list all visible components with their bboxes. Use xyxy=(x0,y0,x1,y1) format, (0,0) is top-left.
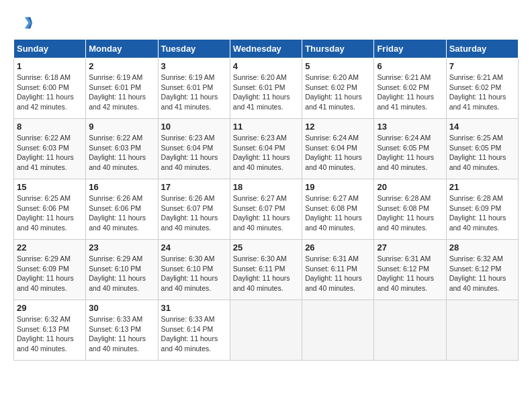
day-number: 22 xyxy=(17,242,83,253)
day-info: Sunrise: 6:26 AM Sunset: 6:06 PM Dayligh… xyxy=(89,193,154,233)
weekday-header: Wednesday xyxy=(230,40,302,58)
calendar-day-cell: 21 Sunrise: 6:28 AM Sunset: 6:09 PM Dayl… xyxy=(446,179,518,240)
day-info: Sunrise: 6:20 AM Sunset: 6:01 PM Dayligh… xyxy=(233,73,299,112)
calendar-day-cell xyxy=(446,300,518,361)
day-info: Sunrise: 6:33 AM Sunset: 6:13 PM Dayligh… xyxy=(89,314,154,354)
calendar-day-cell: 22 Sunrise: 6:29 AM Sunset: 6:09 PM Dayl… xyxy=(14,240,86,300)
day-number: 25 xyxy=(233,242,299,253)
day-number: 28 xyxy=(449,242,515,253)
day-number: 21 xyxy=(449,182,515,192)
calendar-day-cell xyxy=(302,300,374,361)
day-info: Sunrise: 6:31 AM Sunset: 6:12 PM Dayligh… xyxy=(377,254,443,293)
day-info: Sunrise: 6:27 AM Sunset: 6:07 PM Dayligh… xyxy=(233,193,299,233)
calendar-day-cell: 19 Sunrise: 6:27 AM Sunset: 6:08 PM Dayl… xyxy=(302,179,374,240)
day-info: Sunrise: 6:28 AM Sunset: 6:08 PM Dayligh… xyxy=(377,193,443,233)
day-info: Sunrise: 6:22 AM Sunset: 6:03 PM Dayligh… xyxy=(17,133,83,173)
calendar-day-cell: 7 Sunrise: 6:21 AM Sunset: 6:02 PM Dayli… xyxy=(446,58,518,119)
calendar-day-cell: 15 Sunrise: 6:25 AM Sunset: 6:06 PM Dayl… xyxy=(14,179,86,240)
day-info: Sunrise: 6:33 AM Sunset: 6:14 PM Dayligh… xyxy=(161,314,227,354)
calendar-week-row: 29 Sunrise: 6:32 AM Sunset: 6:13 PM Dayl… xyxy=(14,300,519,361)
logo xyxy=(13,13,35,32)
day-number: 24 xyxy=(161,242,227,253)
calendar-day-cell: 18 Sunrise: 6:27 AM Sunset: 6:07 PM Dayl… xyxy=(230,179,302,240)
calendar-day-cell: 12 Sunrise: 6:24 AM Sunset: 6:04 PM Dayl… xyxy=(302,119,374,179)
day-number: 20 xyxy=(377,182,443,192)
calendar-day-cell: 4 Sunrise: 6:20 AM Sunset: 6:01 PM Dayli… xyxy=(230,58,302,119)
day-number: 5 xyxy=(305,61,371,71)
calendar-day-cell: 13 Sunrise: 6:24 AM Sunset: 6:05 PM Dayl… xyxy=(374,119,446,179)
calendar-day-cell: 29 Sunrise: 6:32 AM Sunset: 6:13 PM Dayl… xyxy=(14,300,86,361)
day-number: 1 xyxy=(17,61,83,71)
weekday-header: Tuesday xyxy=(158,40,230,58)
day-number: 11 xyxy=(233,122,299,132)
calendar-week-row: 22 Sunrise: 6:29 AM Sunset: 6:09 PM Dayl… xyxy=(14,240,519,300)
day-info: Sunrise: 6:32 AM Sunset: 6:13 PM Dayligh… xyxy=(17,314,83,354)
calendar-day-cell: 14 Sunrise: 6:25 AM Sunset: 6:05 PM Dayl… xyxy=(446,119,518,179)
day-info: Sunrise: 6:23 AM Sunset: 6:04 PM Dayligh… xyxy=(161,133,227,173)
day-number: 29 xyxy=(17,303,83,313)
calendar-day-cell: 20 Sunrise: 6:28 AM Sunset: 6:08 PM Dayl… xyxy=(374,179,446,240)
day-info: Sunrise: 6:31 AM Sunset: 6:11 PM Dayligh… xyxy=(305,254,371,293)
day-info: Sunrise: 6:25 AM Sunset: 6:05 PM Dayligh… xyxy=(449,133,515,173)
day-number: 8 xyxy=(17,122,83,132)
calendar-day-cell: 1 Sunrise: 6:18 AM Sunset: 6:00 PM Dayli… xyxy=(14,58,86,119)
day-number: 16 xyxy=(89,182,154,192)
day-number: 23 xyxy=(89,242,154,253)
day-info: Sunrise: 6:27 AM Sunset: 6:08 PM Dayligh… xyxy=(305,193,371,233)
day-info: Sunrise: 6:21 AM Sunset: 6:02 PM Dayligh… xyxy=(377,73,443,112)
calendar-day-cell: 17 Sunrise: 6:26 AM Sunset: 6:07 PM Dayl… xyxy=(158,179,230,240)
day-info: Sunrise: 6:29 AM Sunset: 6:10 PM Dayligh… xyxy=(89,254,154,293)
calendar-day-cell: 24 Sunrise: 6:30 AM Sunset: 6:10 PM Dayl… xyxy=(158,240,230,300)
day-info: Sunrise: 6:29 AM Sunset: 6:09 PM Dayligh… xyxy=(17,254,83,293)
calendar-day-cell: 8 Sunrise: 6:22 AM Sunset: 6:03 PM Dayli… xyxy=(14,119,86,179)
calendar-day-cell xyxy=(374,300,446,361)
day-number: 4 xyxy=(233,61,299,71)
day-number: 17 xyxy=(161,182,227,192)
weekday-header: Monday xyxy=(86,40,158,58)
day-number: 9 xyxy=(89,122,154,132)
weekday-header: Thursday xyxy=(302,40,374,58)
calendar-day-cell: 9 Sunrise: 6:22 AM Sunset: 6:03 PM Dayli… xyxy=(86,119,158,179)
day-number: 6 xyxy=(377,61,443,71)
weekday-header: Friday xyxy=(374,40,446,58)
day-number: 26 xyxy=(305,242,371,253)
calendar-week-row: 8 Sunrise: 6:22 AM Sunset: 6:03 PM Dayli… xyxy=(14,119,519,179)
calendar-week-row: 1 Sunrise: 6:18 AM Sunset: 6:00 PM Dayli… xyxy=(14,58,519,119)
calendar-day-cell: 16 Sunrise: 6:26 AM Sunset: 6:06 PM Dayl… xyxy=(86,179,158,240)
day-info: Sunrise: 6:26 AM Sunset: 6:07 PM Dayligh… xyxy=(161,193,227,233)
calendar-table: SundayMondayTuesdayWednesdayThursdayFrid… xyxy=(13,39,519,361)
calendar-day-cell: 31 Sunrise: 6:33 AM Sunset: 6:14 PM Dayl… xyxy=(158,300,230,361)
day-number: 30 xyxy=(89,303,154,313)
day-info: Sunrise: 6:21 AM Sunset: 6:02 PM Dayligh… xyxy=(449,73,515,112)
day-info: Sunrise: 6:24 AM Sunset: 6:04 PM Dayligh… xyxy=(305,133,371,173)
day-number: 31 xyxy=(161,303,227,313)
weekday-header: Saturday xyxy=(446,40,518,58)
calendar-week-row: 15 Sunrise: 6:25 AM Sunset: 6:06 PM Dayl… xyxy=(14,179,519,240)
day-number: 2 xyxy=(89,61,154,71)
day-info: Sunrise: 6:23 AM Sunset: 6:04 PM Dayligh… xyxy=(233,133,299,173)
page-header xyxy=(13,13,519,32)
weekday-header: Sunday xyxy=(14,40,86,58)
day-number: 19 xyxy=(305,182,371,192)
day-info: Sunrise: 6:20 AM Sunset: 6:02 PM Dayligh… xyxy=(305,73,371,112)
logo-icon xyxy=(13,13,32,32)
day-number: 18 xyxy=(233,182,299,192)
day-info: Sunrise: 6:28 AM Sunset: 6:09 PM Dayligh… xyxy=(449,193,515,233)
calendar-day-cell: 10 Sunrise: 6:23 AM Sunset: 6:04 PM Dayl… xyxy=(158,119,230,179)
day-number: 3 xyxy=(161,61,227,71)
day-info: Sunrise: 6:30 AM Sunset: 6:10 PM Dayligh… xyxy=(161,254,227,293)
calendar-day-cell: 30 Sunrise: 6:33 AM Sunset: 6:13 PM Dayl… xyxy=(86,300,158,361)
day-info: Sunrise: 6:32 AM Sunset: 6:12 PM Dayligh… xyxy=(449,254,515,293)
day-info: Sunrise: 6:30 AM Sunset: 6:11 PM Dayligh… xyxy=(233,254,299,293)
calendar-day-cell: 11 Sunrise: 6:23 AM Sunset: 6:04 PM Dayl… xyxy=(230,119,302,179)
day-number: 12 xyxy=(305,122,371,132)
day-number: 15 xyxy=(17,182,83,192)
day-info: Sunrise: 6:18 AM Sunset: 6:00 PM Dayligh… xyxy=(17,73,83,112)
calendar-day-cell: 2 Sunrise: 6:19 AM Sunset: 6:01 PM Dayli… xyxy=(86,58,158,119)
day-number: 10 xyxy=(161,122,227,132)
calendar-day-cell: 27 Sunrise: 6:31 AM Sunset: 6:12 PM Dayl… xyxy=(374,240,446,300)
day-info: Sunrise: 6:25 AM Sunset: 6:06 PM Dayligh… xyxy=(17,193,83,233)
day-number: 13 xyxy=(377,122,443,132)
calendar-day-cell: 6 Sunrise: 6:21 AM Sunset: 6:02 PM Dayli… xyxy=(374,58,446,119)
calendar-day-cell: 26 Sunrise: 6:31 AM Sunset: 6:11 PM Dayl… xyxy=(302,240,374,300)
